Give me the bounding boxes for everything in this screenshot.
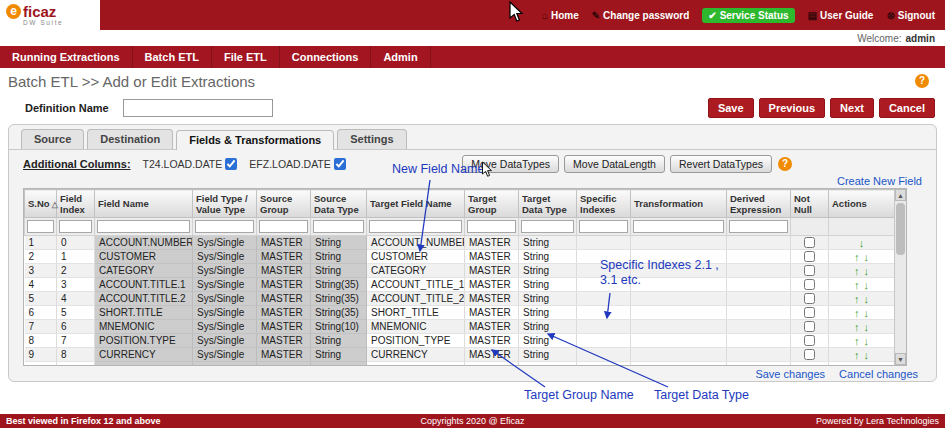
- tab-fields-transformations[interactable]: Fields & Transformations: [176, 130, 334, 150]
- not-null-checkbox[interactable]: [804, 237, 815, 248]
- topbar-link-change-password[interactable]: ✎Change password: [592, 10, 690, 21]
- column-header-target-group[interactable]: Target Group: [465, 190, 519, 218]
- not-null-checkbox[interactable]: [804, 307, 815, 318]
- move-down-icon[interactable]: ↓: [864, 279, 870, 291]
- filter-input-field-index[interactable]: [59, 220, 92, 233]
- filter-input-source-data-type[interactable]: [313, 220, 364, 233]
- scroll-up-icon[interactable]: ▲: [895, 189, 906, 201]
- move-up-icon[interactable]: ↑: [854, 321, 860, 333]
- nav-item-admin[interactable]: Admin: [371, 46, 430, 68]
- column-header-field-index[interactable]: Field Index: [57, 190, 95, 218]
- move-down-icon[interactable]: ↓: [864, 265, 870, 277]
- additional-column-checkbox[interactable]: [334, 158, 346, 170]
- topbar-link-service-status[interactable]: ✔Service Status: [702, 8, 794, 23]
- not-null-checkbox[interactable]: [804, 251, 815, 262]
- move-up-icon[interactable]: ↑: [854, 265, 860, 277]
- column-header-field-type-value-type[interactable]: Field Type / Value Type: [193, 190, 257, 218]
- filter-input-target-field-name[interactable]: [369, 220, 462, 233]
- column-header-derived-expression[interactable]: Derived Expression: [727, 190, 791, 218]
- column-header-source-data-type[interactable]: Source Data Type: [311, 190, 367, 218]
- column-header-target-field-name[interactable]: Target Field Name: [367, 190, 465, 218]
- cell-actions: ↑↓: [829, 278, 895, 292]
- next-button[interactable]: Next: [830, 98, 874, 118]
- previous-button[interactable]: Previous: [759, 98, 825, 118]
- filter-input-field-type-value-type[interactable]: [195, 220, 254, 233]
- home-icon: ⌂: [542, 10, 548, 21]
- move-up-icon[interactable]: ↑: [854, 293, 860, 305]
- cell-target-group: MASTER: [465, 264, 519, 278]
- cancel-changes-link[interactable]: Cancel changes: [839, 368, 918, 380]
- scroll-down-icon[interactable]: ▼: [895, 353, 906, 365]
- table-row-partial: [25, 362, 895, 367]
- table-scrollbar[interactable]: ▲ ▼: [894, 189, 906, 365]
- eficaz-logo[interactable]: e ficaz DW Suite: [0, 0, 100, 30]
- cell-not-null: [791, 348, 829, 362]
- filter-input-specific-indexes[interactable]: [579, 220, 628, 233]
- cell-field-name: SHORT.TITLE: [95, 306, 193, 320]
- move-up-icon[interactable]: ↑: [854, 251, 860, 263]
- save-changes-link[interactable]: Save changes: [755, 368, 825, 380]
- move-datalength-button[interactable]: Move DataLength: [564, 155, 665, 173]
- column-header-specific-indexes[interactable]: Specific Indexes: [577, 190, 631, 218]
- cell-source-data-type: String(35): [311, 292, 367, 306]
- definition-name-input[interactable]: [123, 99, 273, 117]
- nav-item-connections[interactable]: Connections: [280, 46, 372, 68]
- filter-input-transformation[interactable]: [633, 220, 724, 233]
- scrollbar-thumb[interactable]: [896, 203, 905, 255]
- column-header-actions[interactable]: Actions: [829, 190, 895, 218]
- tab-source[interactable]: Source: [21, 129, 84, 149]
- move-down-icon[interactable]: ↓: [864, 307, 870, 319]
- move-down-icon[interactable]: ↓: [859, 237, 865, 249]
- cell-source-group: MASTER: [257, 250, 311, 264]
- page-help-icon[interactable]: ?: [915, 74, 929, 88]
- topbar-link-home[interactable]: ⌂Home: [542, 10, 579, 21]
- filter-input-derived-expression[interactable]: [729, 220, 788, 233]
- move-up-icon[interactable]: ↑: [854, 279, 860, 291]
- tab-settings[interactable]: Settings: [337, 129, 406, 149]
- cell-transformation: [631, 320, 727, 334]
- not-null-checkbox[interactable]: [804, 279, 815, 290]
- additional-column-checkbox[interactable]: [225, 158, 237, 170]
- cancel-button[interactable]: Cancel: [879, 98, 935, 118]
- filter-input-field-name[interactable]: [97, 220, 190, 233]
- column-header-not-null[interactable]: Not Null: [791, 190, 829, 218]
- filter-input-target-group[interactable]: [467, 220, 516, 233]
- filter-input-s-no[interactable]: [27, 220, 54, 233]
- topbar-link-user-guide[interactable]: ▤User Guide: [808, 10, 874, 21]
- filter-input-target-data-type[interactable]: [521, 220, 574, 233]
- create-new-field-link[interactable]: Create New Field: [837, 175, 922, 187]
- not-null-checkbox[interactable]: [804, 321, 815, 332]
- move-down-icon[interactable]: ↓: [864, 293, 870, 305]
- move-up-icon[interactable]: ↑: [854, 335, 860, 347]
- screen: e ficaz DW Suite ⌂Home✎Change password✔S…: [0, 0, 945, 428]
- nav-item-file-etl[interactable]: File ETL: [212, 46, 280, 68]
- column-header-source-group[interactable]: Source Group: [257, 190, 311, 218]
- not-null-checkbox[interactable]: [804, 335, 815, 346]
- cell-transformation: [631, 334, 727, 348]
- nav-item-running-extractions[interactable]: Running Extractions: [0, 46, 133, 68]
- save-button[interactable]: Save: [708, 98, 754, 118]
- move-up-icon[interactable]: ↑: [854, 349, 860, 361]
- logo-wordmark: e ficaz: [6, 4, 100, 19]
- move-datatypes-button[interactable]: Move DataTypes: [462, 155, 559, 173]
- move-down-icon[interactable]: ↓: [864, 335, 870, 347]
- move-down-icon[interactable]: ↓: [864, 349, 870, 361]
- nav-item-batch-etl[interactable]: Batch ETL: [133, 46, 212, 68]
- column-header-label: Field Type / Value Type: [196, 193, 248, 215]
- toolbar-help-icon[interactable]: ?: [778, 157, 792, 171]
- cell-derived-expression: [727, 292, 791, 306]
- move-up-icon[interactable]: ↑: [854, 307, 860, 319]
- revert-datatypes-button[interactable]: Revert DataTypes: [670, 155, 772, 173]
- not-null-checkbox[interactable]: [804, 293, 815, 304]
- not-null-checkbox[interactable]: [804, 349, 815, 360]
- move-down-icon[interactable]: ↓: [864, 251, 870, 263]
- not-null-checkbox[interactable]: [804, 265, 815, 276]
- column-header-s-no[interactable]: S.No△: [25, 190, 57, 218]
- filter-input-source-group[interactable]: [259, 220, 308, 233]
- move-down-icon[interactable]: ↓: [864, 321, 870, 333]
- tab-destination[interactable]: Destination: [87, 129, 173, 149]
- column-header-field-name[interactable]: Field Name: [95, 190, 193, 218]
- column-header-transformation[interactable]: Transformation: [631, 190, 727, 218]
- topbar-link-signout[interactable]: ⊗Signout: [886, 10, 935, 21]
- column-header-target-data-type[interactable]: Target Data Type: [519, 190, 577, 218]
